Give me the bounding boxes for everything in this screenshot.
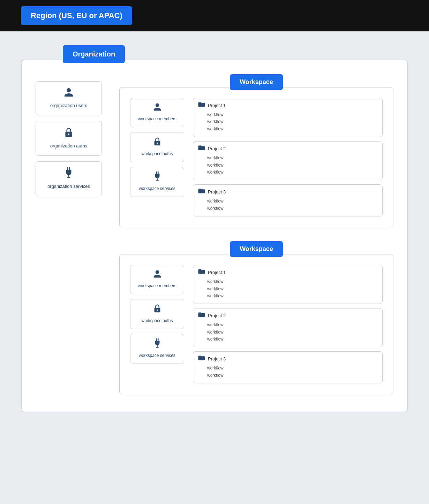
org-services-card: organization services [36,161,102,196]
svg-rect-15 [157,338,158,341]
ws2-project-2-workflows: workflow workflow workflow [198,321,377,343]
workspace-1-badge: Workspace [230,74,283,90]
ws2-projects: Project 1 workflow workflow workflow [193,265,383,383]
ws2-project-3-title-row: Project 3 [198,355,377,362]
workflow-item: workflow [207,169,377,176]
ws1-project-2-title-row: Project 2 [198,145,377,152]
ws1-project-3: Project 3 workflow workflow [193,184,383,216]
ws2-project-2-title: Project 2 [208,313,226,318]
ws2-project-3-title: Project 3 [208,356,226,361]
workflow-item: workflow [207,154,377,161]
folder-icon [198,102,205,109]
ws1-services-card: workspace services [130,167,184,197]
folder-icon [198,145,205,152]
workflow-item: workflow [207,125,377,132]
org-label: Organization [73,50,115,58]
ws2-user-icon [153,269,162,281]
workflow-item: workflow [207,321,377,328]
ws2-lock-icon [153,304,161,315]
ws1-project-2-title: Project 2 [208,146,226,151]
org-auths-label: organization auths [50,143,87,148]
workflow-item: workflow [207,198,377,205]
page-wrapper: Region (US, EU or APAC) Organization org… [0,0,429,504]
org-container: organization users organization auths [21,60,408,412]
workspace-2-badge: Workspace [230,241,283,257]
ws1-members-label: workspace members [138,116,176,121]
workflow-item: workflow [207,285,377,292]
folder-icon [198,355,205,362]
ws1-project-1-title-row: Project 1 [198,102,377,109]
org-services-label: organization services [47,184,90,189]
workspace-1-container: workspace members [119,87,393,227]
workflow-item: workflow [207,111,377,118]
org-users-label: organization users [50,103,87,108]
ws2-left: workspace members [130,265,186,383]
workflow-item: workflow [207,205,377,212]
org-auths-card: organization auths [36,121,102,156]
ws1-left: workspace members [130,98,186,216]
ws1-project-3-title-row: Project 3 [198,188,377,196]
ws2-project-2: Project 2 workflow workflow workflow [193,308,383,347]
org-left-column: organization users organization auths [36,74,105,394]
svg-rect-14 [156,338,157,341]
ws1-plug-icon [153,171,161,183]
workflow-item: workflow [207,118,377,125]
svg-rect-5 [67,177,70,178]
workspace-1-section: Workspace workspace member [119,74,393,227]
ws2-project-1-title: Project 1 [208,270,226,275]
ws2-project-1-workflows: workflow workflow workflow [198,278,377,299]
workflow-item: workflow [207,336,377,343]
ws2-services-card: workspace services [130,334,184,364]
org-badge: Organization [63,45,125,63]
ws1-auths-label: workspace auths [141,151,173,156]
ws2-auths-card: workspace auths [130,299,184,329]
workspace-2-container: workspace members [119,254,393,394]
workflow-item: workflow [207,278,377,285]
workspace-2-section: Workspace workspace member [119,241,393,394]
org-right-column: Workspace workspace member [119,74,393,394]
svg-rect-8 [156,171,157,174]
svg-point-13 [157,310,158,311]
ws2-project-2-title-row: Project 2 [198,312,377,319]
ws2-project-1: Project 1 workflow workflow workflow [193,265,383,304]
workflow-item: workflow [207,162,377,169]
svg-rect-11 [156,180,158,181]
ws2-project-3-workflows: workflow workflow [198,365,377,379]
ws2-auths-label: workspace auths [141,318,173,323]
ws2-services-label: workspace services [139,353,175,358]
ws2-members-label: workspace members [138,283,176,288]
workspace-2-label: Workspace [240,245,273,252]
user-icon [63,87,74,99]
ws2-project-3: Project 3 workflow workflow [193,351,383,383]
ws1-project-3-title: Project 3 [208,189,226,194]
svg-rect-17 [156,347,158,348]
main-content: Organization organization users [0,31,429,433]
folder-icon [198,188,205,196]
ws2-members-card: workspace members [130,265,184,294]
region-label: Region (US, EU or APAC) [31,11,122,20]
svg-point-7 [157,143,158,144]
ws1-project-1-workflows: workflow workflow workflow [198,111,377,132]
workflow-item: workflow [207,329,377,336]
top-bar: Region (US, EU or APAC) [0,0,429,31]
ws1-services-label: workspace services [139,186,175,191]
ws1-lock-icon [153,137,161,148]
folder-icon [198,269,205,276]
ws1-project-2-workflows: workflow workflow workflow [198,154,377,176]
ws1-project-2: Project 2 workflow workflow workflow [193,141,383,180]
lock-icon [64,127,74,140]
workflow-item: workflow [207,292,377,299]
ws2-plug-icon [153,338,161,350]
ws2-project-1-title-row: Project 1 [198,269,377,276]
svg-rect-2 [67,167,68,170]
workflow-item: workflow [207,372,377,379]
workflow-item: workflow [207,365,377,372]
svg-point-1 [68,133,69,135]
ws1-project-1: Project 1 workflow workflow workflow [193,98,383,137]
org-users-card: organization users [36,81,102,115]
workspace-1-label: Workspace [240,78,273,85]
ws1-projects: Project 1 workflow workflow workflow [193,98,383,216]
ws1-user-icon [153,102,162,114]
region-badge: Region (US, EU or APAC) [21,6,132,25]
folder-icon [198,312,205,319]
